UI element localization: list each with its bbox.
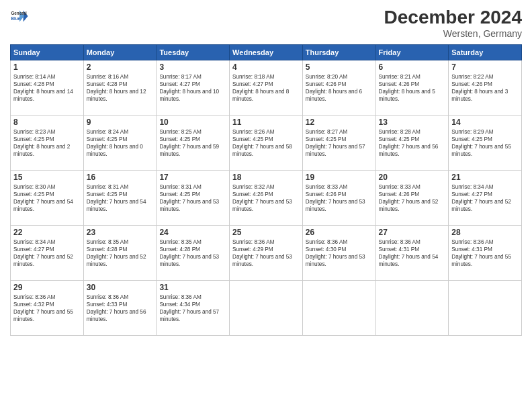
subtitle: Wersten, Germany <box>384 28 522 39</box>
day-info: Sunrise: 8:31 AM Sunset: 4:25 PM Dayligh… <box>159 183 226 213</box>
day-info: Sunrise: 8:18 AM Sunset: 4:27 PM Dayligh… <box>232 73 300 103</box>
day-number: 1 <box>13 62 81 72</box>
day-number: 30 <box>87 283 154 292</box>
header-wednesday: Wednesday <box>230 45 303 60</box>
header-tuesday: Tuesday <box>157 45 230 60</box>
day-cell: 3Sunrise: 8:17 AM Sunset: 4:27 PM Daylig… <box>157 60 230 116</box>
header-row: Sunday Monday Tuesday Wednesday Thursday… <box>11 45 522 60</box>
day-info: Sunrise: 8:34 AM Sunset: 4:27 PM Dayligh… <box>13 238 81 268</box>
day-info: Sunrise: 8:20 AM Sunset: 4:26 PM Dayligh… <box>306 73 373 103</box>
day-info: Sunrise: 8:14 AM Sunset: 4:28 PM Dayligh… <box>13 73 81 103</box>
day-number: 11 <box>232 118 300 127</box>
day-number: 6 <box>379 62 446 72</box>
day-info: Sunrise: 8:33 AM Sunset: 4:26 PM Dayligh… <box>379 183 446 213</box>
page: General Blue December 2024 Wersten, Germ… <box>0 0 532 411</box>
day-number: 24 <box>159 228 226 237</box>
day-number: 22 <box>13 228 81 237</box>
day-number: 12 <box>306 118 373 127</box>
header-thursday: Thursday <box>302 45 375 60</box>
header-sunday: Sunday <box>11 45 84 60</box>
week-row-4: 29Sunrise: 8:36 AM Sunset: 4:32 PM Dayli… <box>11 281 522 336</box>
day-info: Sunrise: 8:36 AM Sunset: 4:33 PM Dayligh… <box>87 293 154 323</box>
day-info: Sunrise: 8:36 AM Sunset: 4:29 PM Dayligh… <box>232 238 300 268</box>
day-cell: 25Sunrise: 8:36 AM Sunset: 4:29 PM Dayli… <box>230 226 303 281</box>
day-cell: 14Sunrise: 8:29 AM Sunset: 4:25 PM Dayli… <box>449 116 522 171</box>
day-cell: 18Sunrise: 8:32 AM Sunset: 4:26 PM Dayli… <box>230 171 303 226</box>
header-friday: Friday <box>375 45 449 60</box>
calendar-header: Sunday Monday Tuesday Wednesday Thursday… <box>11 45 522 60</box>
day-number: 21 <box>451 173 519 182</box>
day-info: Sunrise: 8:16 AM Sunset: 4:28 PM Dayligh… <box>87 73 154 103</box>
day-cell <box>230 281 303 336</box>
day-info: Sunrise: 8:25 AM Sunset: 4:25 PM Dayligh… <box>159 128 226 158</box>
day-info: Sunrise: 8:36 AM Sunset: 4:31 PM Dayligh… <box>379 238 446 268</box>
day-cell: 28Sunrise: 8:36 AM Sunset: 4:31 PM Dayli… <box>449 226 522 281</box>
day-cell: 1Sunrise: 8:14 AM Sunset: 4:28 PM Daylig… <box>11 60 84 116</box>
day-cell: 31Sunrise: 8:36 AM Sunset: 4:34 PM Dayli… <box>157 281 230 336</box>
day-number: 20 <box>379 173 446 182</box>
day-cell: 12Sunrise: 8:27 AM Sunset: 4:25 PM Dayli… <box>302 116 375 171</box>
day-cell <box>302 281 375 336</box>
day-cell: 9Sunrise: 8:24 AM Sunset: 4:25 PM Daylig… <box>83 116 157 171</box>
day-number: 31 <box>159 283 226 292</box>
month-title: December 2024 <box>384 7 522 28</box>
day-number: 23 <box>87 228 154 237</box>
week-row-2: 15Sunrise: 8:30 AM Sunset: 4:25 PM Dayli… <box>11 171 522 226</box>
day-info: Sunrise: 8:36 AM Sunset: 4:30 PM Dayligh… <box>306 238 373 268</box>
logo-icon: General Blue <box>10 7 29 26</box>
day-number: 10 <box>159 118 226 127</box>
day-cell: 29Sunrise: 8:36 AM Sunset: 4:32 PM Dayli… <box>11 281 84 336</box>
day-cell <box>449 281 522 336</box>
day-number: 9 <box>87 118 154 127</box>
day-number: 15 <box>13 173 81 182</box>
day-info: Sunrise: 8:36 AM Sunset: 4:34 PM Dayligh… <box>159 293 226 323</box>
day-cell: 22Sunrise: 8:34 AM Sunset: 4:27 PM Dayli… <box>11 226 84 281</box>
day-number: 16 <box>87 173 154 182</box>
day-info: Sunrise: 8:33 AM Sunset: 4:26 PM Dayligh… <box>306 183 373 213</box>
week-row-1: 8Sunrise: 8:23 AM Sunset: 4:25 PM Daylig… <box>11 116 522 171</box>
day-info: Sunrise: 8:32 AM Sunset: 4:26 PM Dayligh… <box>232 183 300 213</box>
day-cell: 2Sunrise: 8:16 AM Sunset: 4:28 PM Daylig… <box>83 60 157 116</box>
week-row-3: 22Sunrise: 8:34 AM Sunset: 4:27 PM Dayli… <box>11 226 522 281</box>
day-cell: 11Sunrise: 8:26 AM Sunset: 4:25 PM Dayli… <box>230 116 303 171</box>
day-number: 17 <box>159 173 226 182</box>
day-cell: 20Sunrise: 8:33 AM Sunset: 4:26 PM Dayli… <box>375 171 449 226</box>
day-info: Sunrise: 8:34 AM Sunset: 4:27 PM Dayligh… <box>451 183 519 213</box>
title-block: December 2024 Wersten, Germany <box>384 7 522 39</box>
day-cell: 15Sunrise: 8:30 AM Sunset: 4:25 PM Dayli… <box>11 171 84 226</box>
day-number: 3 <box>159 62 226 72</box>
calendar-body: 1Sunrise: 8:14 AM Sunset: 4:28 PM Daylig… <box>11 60 522 336</box>
day-number: 18 <box>232 173 300 182</box>
day-number: 29 <box>13 283 81 292</box>
day-cell: 8Sunrise: 8:23 AM Sunset: 4:25 PM Daylig… <box>11 116 84 171</box>
day-info: Sunrise: 8:30 AM Sunset: 4:25 PM Dayligh… <box>13 183 81 213</box>
day-number: 5 <box>306 62 373 72</box>
day-info: Sunrise: 8:35 AM Sunset: 4:28 PM Dayligh… <box>87 238 154 268</box>
day-number: 26 <box>306 228 373 237</box>
day-number: 2 <box>87 62 154 72</box>
day-number: 13 <box>379 118 446 127</box>
day-info: Sunrise: 8:23 AM Sunset: 4:25 PM Dayligh… <box>13 128 81 158</box>
day-cell: 24Sunrise: 8:35 AM Sunset: 4:28 PM Dayli… <box>157 226 230 281</box>
day-info: Sunrise: 8:17 AM Sunset: 4:27 PM Dayligh… <box>159 73 226 103</box>
day-info: Sunrise: 8:35 AM Sunset: 4:28 PM Dayligh… <box>159 238 226 268</box>
day-info: Sunrise: 8:29 AM Sunset: 4:25 PM Dayligh… <box>451 128 519 158</box>
day-cell: 6Sunrise: 8:21 AM Sunset: 4:26 PM Daylig… <box>375 60 449 116</box>
day-cell: 13Sunrise: 8:28 AM Sunset: 4:25 PM Dayli… <box>375 116 449 171</box>
day-number: 19 <box>306 173 373 182</box>
day-cell: 23Sunrise: 8:35 AM Sunset: 4:28 PM Dayli… <box>83 226 157 281</box>
day-info: Sunrise: 8:21 AM Sunset: 4:26 PM Dayligh… <box>379 73 446 103</box>
day-info: Sunrise: 8:31 AM Sunset: 4:25 PM Dayligh… <box>87 183 154 213</box>
day-cell: 4Sunrise: 8:18 AM Sunset: 4:27 PM Daylig… <box>230 60 303 116</box>
day-cell: 5Sunrise: 8:20 AM Sunset: 4:26 PM Daylig… <box>302 60 375 116</box>
day-info: Sunrise: 8:24 AM Sunset: 4:25 PM Dayligh… <box>87 128 154 158</box>
week-row-0: 1Sunrise: 8:14 AM Sunset: 4:28 PM Daylig… <box>11 60 522 116</box>
day-cell: 21Sunrise: 8:34 AM Sunset: 4:27 PM Dayli… <box>449 171 522 226</box>
header: General Blue December 2024 Wersten, Germ… <box>10 7 522 39</box>
day-cell: 26Sunrise: 8:36 AM Sunset: 4:30 PM Dayli… <box>302 226 375 281</box>
day-info: Sunrise: 8:27 AM Sunset: 4:25 PM Dayligh… <box>306 128 373 158</box>
day-info: Sunrise: 8:26 AM Sunset: 4:25 PM Dayligh… <box>232 128 300 158</box>
svg-text:Blue: Blue <box>11 16 20 21</box>
svg-text:General: General <box>11 11 27 15</box>
day-number: 8 <box>13 118 81 127</box>
